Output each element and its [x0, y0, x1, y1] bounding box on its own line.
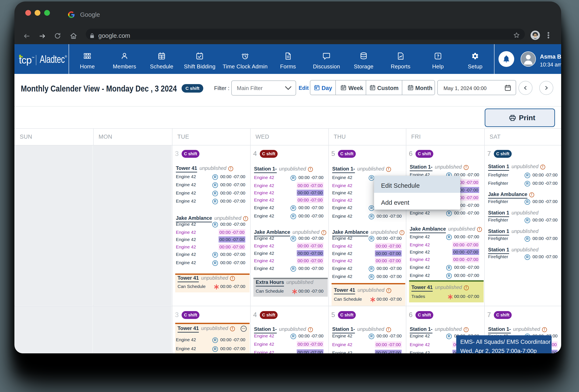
svg-text:?: ? — [437, 54, 439, 58]
